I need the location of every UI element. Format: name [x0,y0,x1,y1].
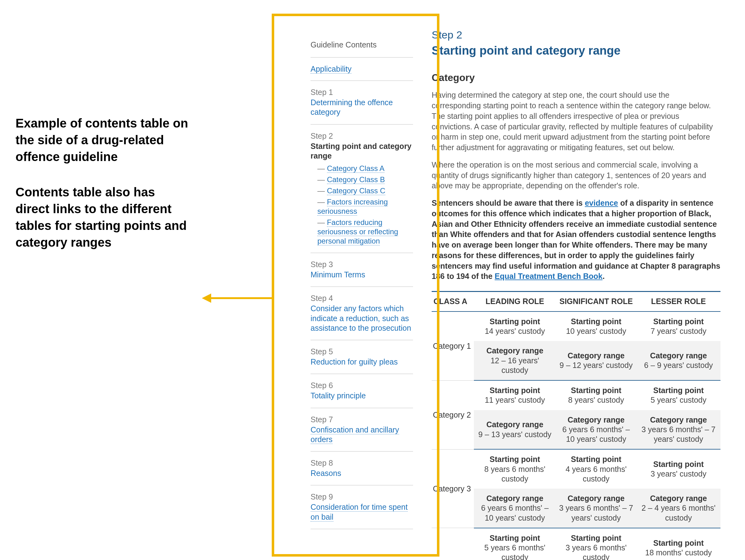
category-range-cell: Category range3 years 6 months' – 7 year… [556,489,636,528]
divider [311,124,413,125]
step-5-link[interactable]: Reduction for guilty pleas [311,357,398,366]
th-leading: LEADING ROLE [474,292,556,312]
step-8-label: Step 8 [311,459,413,467]
category-range-cell: Category range12 – 16 years' custody [474,341,556,380]
divider [311,529,413,529]
divider [311,408,413,408]
starting-point-cell: Starting point8 years 6 months' custody [474,449,556,489]
category-range-cell: Category range6 years 6 months' – 10 yea… [474,489,556,528]
step-9-label: Step 9 [311,492,413,501]
guideline-page: Guideline Contents Applicability Step 1D… [289,19,733,560]
step-6-link[interactable]: Totality principle [311,391,366,400]
contents-sidebar: Guideline Contents Applicability Step 1D… [289,19,422,546]
para3-period: . [603,272,605,280]
annotation-para-1: Example of contents table on the side of… [15,115,189,165]
sublist-link[interactable]: Factors reducing seriousness or reflecti… [317,218,398,245]
divider [311,286,413,287]
sublist-link[interactable]: Category Class A [327,164,384,173]
step-2-sublist: Category Class ACategory Class BCategory… [317,164,413,246]
step-5-label: Step 5 [311,347,413,356]
step-7-link[interactable]: Confiscation and ancillary orders [311,425,399,444]
category-range-cell: Category range2 – 4 years 6 months' cust… [637,489,720,528]
table-row: Category 4Starting point5 years 6 months… [432,528,720,560]
step-8-link[interactable]: Reasons [311,469,341,478]
sublist-item: Factors increasing seriousness [317,197,413,216]
step-6-title: Totality principle [311,391,413,400]
table-row: Category range9 – 13 years' custodyCateg… [432,410,720,450]
th-class: CLASS A [432,292,474,312]
divider [311,80,413,81]
th-significant: SIGNIFICANT ROLE [556,292,636,312]
link-equal-treatment-bench-book[interactable]: Equal Treatment Bench Book [495,272,603,280]
step-8-title: Reasons [311,468,413,478]
para3-mid: of a disparity in sentence outcomes for … [432,199,720,280]
category-cell: Category 1 [432,312,474,380]
step-3-link[interactable]: Minimum Terms [311,270,365,279]
category-range-cell: Category range6 years 6 months' – 10 yea… [556,410,636,450]
step-3-title: Minimum Terms [311,270,413,280]
step-7-title: Confiscation and ancillary orders [311,425,413,445]
starting-point-cell: Starting point8 years' custody [556,380,636,410]
step-9-link[interactable]: Consideration for time spent on bail [311,502,408,521]
table-row: Category range6 years 6 months' – 10 yea… [432,489,720,528]
table-row: Category 2Starting point11 years' custod… [432,380,720,410]
starting-point-cell: Starting point3 years 6 months' custody [556,528,636,560]
category-range-cell: Category range3 years 6 months' – 7 year… [637,410,720,450]
sublist-item: Category Class C [317,186,413,196]
divider [311,57,413,58]
category-range-cell: Category range9 – 12 years' custody [556,341,636,380]
step-1-title: Determining the offence category [311,98,413,117]
category-cell: Category 3 [432,449,474,528]
category-range-cell: Category range6 – 9 years' custody [637,341,720,380]
step-1-link[interactable]: Determining the offence category [311,98,393,116]
intro-para-3: Sentencers should be aware that there is… [432,198,720,282]
sidebar-title: Guideline Contents [311,40,413,49]
starting-point-cell: Starting point11 years' custody [474,380,556,410]
step-1-label: Step 1 [311,88,413,97]
step-label: Step 2 [432,28,720,42]
annotation-arrow [202,296,272,300]
main-content: Step 2 Starting point and category range… [422,19,733,560]
step-2-label: Step 2 [311,132,413,141]
step-4-label: Step 4 [311,294,413,303]
annotation-block: Example of contents table on the side of… [15,115,189,269]
sublist-link[interactable]: Factors increasing seriousness [317,198,388,216]
divider [311,374,413,374]
starting-point-cell: Starting point14 years' custody [474,312,556,341]
category-range-cell: Category range9 – 13 years' custody [474,410,556,450]
divider [311,485,413,486]
sublist-item: Factors reducing seriousness or reflecti… [317,218,413,246]
sublist-item: Category Class B [317,175,413,184]
starting-point-cell: Starting point4 years 6 months' custody [556,449,636,489]
table-header-row: CLASS A LEADING ROLE SIGNIFICANT ROLE LE… [432,292,720,312]
step-7-label: Step 7 [311,415,413,424]
link-evidence[interactable]: evidence [585,199,618,207]
sublist-link[interactable]: Category Class C [327,186,385,195]
sublist-link[interactable]: Category Class B [327,175,385,184]
step-9-title: Consideration for time spent on bail [311,502,413,522]
step-4-link[interactable]: Consider any factors which indicate a re… [311,304,411,332]
section-heading: Category [432,71,720,84]
step-3-label: Step 3 [311,260,413,269]
starting-point-cell: Starting point10 years' custody [556,312,636,341]
divider [311,340,413,340]
divider [311,451,413,452]
step-6-label: Step 6 [311,381,413,390]
th-lesser: LESSER ROLE [637,292,720,312]
step-5-title: Reduction for guilty pleas [311,357,413,367]
starting-point-cell: Starting point5 years' custody [637,380,720,410]
table-row: Category range12 – 16 years' custodyCate… [432,341,720,380]
arrow-left-icon [202,293,211,303]
table-row: Category 3Starting point8 years 6 months… [432,449,720,489]
class-a-table: CLASS A LEADING ROLE SIGNIFICANT ROLE LE… [432,291,720,560]
step-2-title: Starting point and category range [311,141,413,161]
intro-para-1: Having determined the category at step o… [432,90,720,153]
table-row: Category 1Starting point14 years' custod… [432,312,720,341]
divider [311,252,413,253]
sublist-item: Category Class A [317,164,413,173]
arrow-line [211,297,272,299]
category-cell: Category 2 [432,380,474,449]
annotation-para-2: Contents table also has direct links to … [15,184,189,251]
category-cell: Category 4 [432,528,474,560]
link-applicability[interactable]: Applicability [311,65,352,73]
